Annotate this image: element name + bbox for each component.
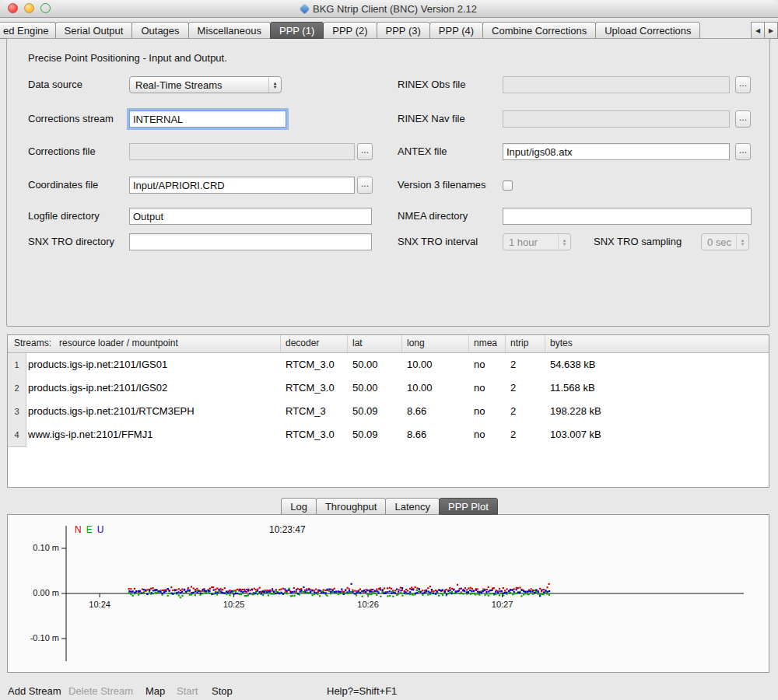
logfile-directory-label: Logfile directory <box>28 208 100 225</box>
tab-ppp-4[interactable]: PPP (4) <box>429 22 483 39</box>
antex-file-label: ANTEX file <box>398 143 447 160</box>
tab-combine-corrections[interactable]: Combine Corrections <box>482 22 596 39</box>
tab-log[interactable]: Log <box>281 498 317 515</box>
help-button[interactable]: Help?=Shift+F1 <box>327 684 397 698</box>
cell-ntrip: 2 <box>506 353 545 377</box>
stop-button[interactable]: Stop <box>212 684 233 698</box>
rinex-nav-label: RINEX Nav file <box>398 110 465 128</box>
ppp-plot-canvas <box>8 515 769 672</box>
row-number[interactable]: 1 <box>8 353 26 377</box>
corrections-file-browse-button[interactable]: ... <box>357 143 373 160</box>
cell-lat: 50.00 <box>348 376 402 401</box>
down-arrow-icon: ▾ <box>274 85 277 89</box>
antex-file-browse-button[interactable]: ... <box>735 143 751 160</box>
tab-ppp-3[interactable]: PPP (3) <box>377 22 430 39</box>
x-tick-label: 10:25 <box>219 600 250 609</box>
plot-legend: NEU <box>75 524 108 535</box>
cell-long: 10.00 <box>402 353 469 377</box>
table-row[interactable]: 2 products.igs-ip.net:2101/IGS02 RTCM_3.… <box>8 376 769 400</box>
nmea-directory-input[interactable] <box>503 208 752 225</box>
cell-bytes: 103.007 kB <box>545 423 769 447</box>
panel-heading: Precise Point Positioning - Input and Ou… <box>28 52 227 64</box>
window-title-text: BKG Ntrip Client (BNC) Version 2.12 <box>313 3 477 15</box>
tab-ppp-plot[interactable]: PPP Plot <box>439 498 498 515</box>
rinex-obs-browse-button[interactable]: ... <box>735 76 751 93</box>
window-titlebar[interactable]: BKG Ntrip Client (BNC) Version 2.12 <box>0 0 778 18</box>
column-header-ntrip[interactable]: ntrip <box>506 335 545 352</box>
bottom-tabbar: Log Throughput Latency PPP Plot <box>0 497 778 515</box>
streams-table-header: Streams: resource loader / mountpoint de… <box>8 335 769 353</box>
column-header-lat[interactable]: lat <box>348 335 402 352</box>
down-arrow-icon: ▾ <box>741 242 745 246</box>
tab-scrollers: ◀ ▶ <box>752 22 778 39</box>
tab-throughput[interactable]: Throughput <box>316 498 387 515</box>
table-row[interactable]: 3 products.igs-ip.net:2101/RTCM3EPH RTCM… <box>8 400 769 423</box>
corrections-stream-input[interactable] <box>129 110 286 128</box>
delete-stream-button: Delete Stream <box>68 684 133 698</box>
tab-outages[interactable]: Outages <box>131 22 188 39</box>
cell-long: 8.66 <box>402 423 469 447</box>
data-source-label: Data source <box>28 76 82 93</box>
tab-serial-output[interactable]: Serial Output <box>55 22 133 39</box>
snx-tro-directory-input[interactable] <box>129 233 372 250</box>
column-header-decoder[interactable]: decoder <box>281 335 348 352</box>
cell-lat: 50.00 <box>348 353 402 377</box>
add-stream-button[interactable]: Add Stream <box>8 684 61 698</box>
tab-miscellaneous[interactable]: Miscellaneous <box>188 22 271 39</box>
rinex-nav-input <box>503 110 730 128</box>
nmea-directory-label: NMEA directory <box>398 208 468 225</box>
tab-upload-corrections[interactable]: Upload Corrections <box>595 22 700 39</box>
legend-U: U <box>97 524 104 535</box>
minimize-window-button[interactable] <box>24 3 34 13</box>
corrections-file-input <box>129 143 355 160</box>
cell-bytes: 54.638 kB <box>545 353 769 377</box>
map-button[interactable]: Map <box>145 684 165 698</box>
ppp1-panel: Precise Point Positioning - Input and Ou… <box>6 38 770 327</box>
cell-bytes: 11.568 kB <box>545 376 769 401</box>
cell-nmea: no <box>469 353 506 377</box>
coordinates-file-browse-button[interactable]: ... <box>357 177 373 194</box>
snx-tro-interval-value: 1 hour <box>509 236 538 248</box>
column-header-bytes[interactable]: bytes <box>545 335 769 352</box>
data-source-combobox[interactable]: Real-Time Streams ▴▾ <box>129 76 282 93</box>
snx-tro-sampling-spinbox: 0 sec ▴▾ <box>701 233 749 250</box>
column-header-nmea[interactable]: nmea <box>469 335 506 352</box>
tab-ppp-1[interactable]: PPP (1) <box>270 22 324 39</box>
tab-ppp-2[interactable]: PPP (2) <box>323 22 377 39</box>
rinex-obs-label: RINEX Obs file <box>398 76 465 93</box>
snx-tro-interval-combobox: 1 hour ▴▾ <box>503 233 571 250</box>
streams-table: Streams: resource loader / mountpoint de… <box>7 334 769 488</box>
column-header-long[interactable]: long <box>402 335 469 352</box>
close-window-button[interactable] <box>8 3 18 13</box>
column-header-mountpoint[interactable]: Streams: resource loader / mountpoint <box>8 335 281 352</box>
plot-current-time: 10:23:47 <box>269 524 306 535</box>
x-tick-label: 10:26 <box>352 600 384 609</box>
cell-ntrip: 2 <box>506 400 545 424</box>
logfile-directory-input[interactable] <box>129 208 372 225</box>
rinex-nav-browse-button[interactable]: ... <box>735 110 751 128</box>
top-tabbar: ed Engine Serial Output Outages Miscella… <box>0 21 778 39</box>
zoom-window-button[interactable] <box>40 3 51 13</box>
snx-tro-sampling-value: 0 sec <box>707 236 731 248</box>
cell-nmea: no <box>469 376 506 401</box>
tab-latency[interactable]: Latency <box>385 498 440 515</box>
cell-lat: 50.09 <box>348 423 402 447</box>
cell-mountpoint: products.igs-ip.net:2101/IGS02 <box>26 376 281 401</box>
row-number[interactable]: 4 <box>8 423 26 447</box>
cell-decoder: RTCM_3.0 <box>281 353 348 377</box>
version3-checkbox[interactable] <box>503 180 513 191</box>
start-button: Start <box>177 684 198 698</box>
y-tick-label: 0.10 m <box>17 543 59 552</box>
row-number[interactable]: 3 <box>8 400 26 424</box>
table-row[interactable]: 1 products.igs-ip.net:2101/IGS01 RTCM_3.… <box>8 353 769 376</box>
table-row[interactable]: 4 www.igs-ip.net:2101/FFMJ1 RTCM_3.0 50.… <box>8 423 769 446</box>
legend-E: E <box>86 524 93 535</box>
cell-mountpoint: products.igs-ip.net:2101/IGS01 <box>26 353 281 377</box>
tab-scroll-left-icon[interactable]: ◀ <box>751 22 765 39</box>
antex-file-input[interactable] <box>503 143 730 160</box>
tab-scroll-right-icon[interactable]: ▶ <box>764 22 778 39</box>
row-number[interactable]: 2 <box>8 376 26 401</box>
coordinates-file-input[interactable] <box>129 177 355 194</box>
combobox-arrows-icon: ▴▾ <box>558 234 570 250</box>
tab-feed-engine[interactable]: ed Engine <box>0 22 56 39</box>
